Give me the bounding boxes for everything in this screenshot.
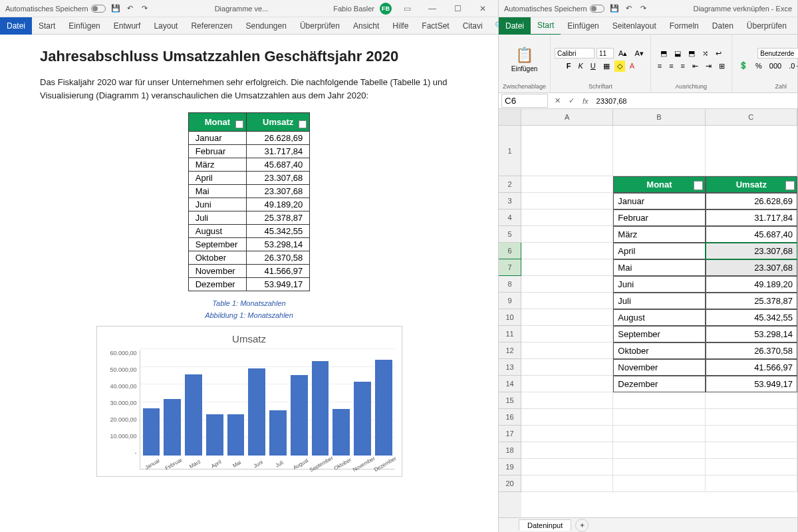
- thousands-icon[interactable]: 000: [767, 61, 784, 71]
- cell-A5[interactable]: [521, 226, 613, 243]
- align-right-icon[interactable]: ≡: [678, 61, 688, 71]
- cell-B3[interactable]: Januar: [613, 193, 705, 209]
- cell-A6[interactable]: [521, 243, 613, 259]
- paste-button[interactable]: 📋 Einfügen: [511, 47, 537, 72]
- redo-icon[interactable]: ↷: [140, 4, 150, 13]
- align-bottom-icon[interactable]: ⬒: [686, 48, 698, 59]
- chart-bar[interactable]: April: [206, 414, 223, 456]
- chart-bar[interactable]: Mai: [227, 414, 245, 456]
- cell-A2[interactable]: [521, 176, 613, 193]
- cell-B19[interactable]: [613, 459, 705, 475]
- align-top-icon[interactable]: ⬒: [658, 48, 670, 59]
- cell-C18[interactable]: [706, 442, 797, 459]
- wrap-text-icon[interactable]: ↩: [713, 48, 724, 59]
- cell-A7[interactable]: [521, 259, 613, 276]
- fill-color-icon[interactable]: ◇: [614, 61, 625, 72]
- font-name-select[interactable]: [555, 48, 595, 59]
- row-header[interactable]: 14: [499, 376, 521, 392]
- row-header[interactable]: 19: [499, 459, 521, 475]
- ribbon-tab-einfügen[interactable]: Einfügen: [561, 17, 605, 35]
- bold-button[interactable]: F: [564, 61, 574, 71]
- row-header[interactable]: 5: [499, 226, 521, 243]
- filter-icon[interactable]: ▾: [299, 120, 307, 128]
- undo-icon[interactable]: ↶: [126, 4, 135, 13]
- cell-C16[interactable]: [706, 409, 797, 426]
- row-header[interactable]: 10: [499, 309, 521, 326]
- cell-A3[interactable]: [521, 193, 613, 209]
- row-header[interactable]: 11: [499, 326, 521, 342]
- align-center-icon[interactable]: ≡: [666, 61, 676, 71]
- number-format-select[interactable]: [757, 48, 798, 59]
- cell-B16[interactable]: [613, 409, 705, 426]
- cell-B15[interactable]: [613, 392, 705, 409]
- border-icon[interactable]: ▦: [600, 61, 612, 72]
- percent-icon[interactable]: %: [753, 61, 765, 71]
- cancel-formula-icon[interactable]: ✕: [551, 96, 565, 105]
- cell-B6[interactable]: April: [613, 243, 705, 259]
- row-header[interactable]: 1: [499, 126, 521, 176]
- ribbon-tab-formeln[interactable]: Formeln: [663, 17, 706, 35]
- cell-B12[interactable]: Oktober: [613, 342, 705, 359]
- chart-bar[interactable]: Februar: [164, 399, 181, 456]
- word-document-body[interactable]: Jahresabschluss Umsatzzahlen Geschäftsja…: [0, 35, 498, 532]
- italic-button[interactable]: K: [575, 61, 585, 71]
- maximize-icon[interactable]: ☐: [448, 4, 467, 13]
- name-box[interactable]: [501, 94, 548, 108]
- cell-A19[interactable]: [521, 459, 613, 475]
- decrease-font-icon[interactable]: A▾: [632, 48, 646, 59]
- cell-A10[interactable]: [521, 309, 613, 326]
- chart-bar[interactable]: Dezember: [375, 360, 392, 456]
- row-header[interactable]: 17: [499, 426, 521, 442]
- row-header[interactable]: 8: [499, 276, 521, 293]
- ribbon-tab-start[interactable]: Start: [531, 17, 561, 35]
- currency-icon[interactable]: 💲: [736, 60, 751, 71]
- cell-C11[interactable]: 53.298,14: [706, 326, 797, 342]
- chart-container[interactable]: Umsatz 60.000,0050.000,0040.000,0030.000…: [96, 326, 402, 477]
- font-size-select[interactable]: [597, 48, 614, 59]
- fx-icon[interactable]: fx: [579, 97, 593, 105]
- ribbon-display-icon[interactable]: ▭: [397, 4, 417, 13]
- cell-A12[interactable]: [521, 342, 613, 359]
- row-header[interactable]: 20: [499, 475, 521, 492]
- orientation-icon[interactable]: ⤮: [700, 48, 711, 59]
- cell-A20[interactable]: [521, 475, 613, 492]
- cell-C10[interactable]: 45.342,55: [706, 309, 797, 326]
- ribbon-tab-sendungen[interactable]: Sendungen: [239, 17, 293, 35]
- select-all-corner[interactable]: [499, 109, 521, 126]
- undo-icon[interactable]: ↶: [624, 4, 634, 13]
- ribbon-tab-start[interactable]: Start: [32, 17, 62, 35]
- cell-A1[interactable]: [521, 126, 613, 176]
- cell-A8[interactable]: [521, 276, 613, 293]
- row-header[interactable]: 18: [499, 442, 521, 459]
- filter-icon[interactable]: ▾: [235, 120, 243, 128]
- row-header[interactable]: 9: [499, 293, 521, 309]
- sheet-tab-dateninput[interactable]: Dateninput: [519, 519, 571, 531]
- accept-formula-icon[interactable]: ✓: [565, 96, 579, 105]
- align-middle-icon[interactable]: ⬓: [672, 48, 684, 59]
- cell-B8[interactable]: Juni: [613, 276, 705, 293]
- cell-C4[interactable]: 31.717,84: [706, 209, 797, 226]
- chart-bar[interactable]: März: [185, 374, 202, 456]
- minimize-icon[interactable]: —: [422, 4, 442, 13]
- filter-icon[interactable]: ▾: [694, 181, 703, 190]
- align-left-icon[interactable]: ≡: [655, 61, 664, 71]
- filter-icon[interactable]: ▾: [785, 181, 795, 190]
- cell-C7[interactable]: 23.307,68: [706, 259, 797, 276]
- cell-A15[interactable]: [521, 392, 613, 409]
- row-header[interactable]: 16: [499, 409, 521, 426]
- row-header[interactable]: 12: [499, 342, 521, 359]
- cell-C9[interactable]: 25.378,87: [706, 293, 797, 309]
- autosave-toggle[interactable]: Automatisches Speichern: [504, 5, 604, 13]
- close-icon[interactable]: ✕: [473, 4, 493, 13]
- merge-icon[interactable]: ⊞: [716, 61, 728, 72]
- cell-B4[interactable]: Februar: [613, 209, 705, 226]
- chart-bar[interactable]: Juli: [269, 410, 287, 456]
- column-header[interactable]: B: [613, 109, 705, 126]
- ribbon-tab-daten[interactable]: Daten: [706, 17, 740, 35]
- row-header[interactable]: 15: [499, 392, 521, 409]
- ribbon-tab-ansicht[interactable]: Ansicht: [793, 17, 798, 35]
- cell-A9[interactable]: [521, 293, 613, 309]
- chart-bar[interactable]: Januar: [143, 408, 160, 456]
- cell-B2[interactable]: Monat▾: [613, 176, 705, 193]
- chart-bar[interactable]: Juni: [248, 368, 265, 456]
